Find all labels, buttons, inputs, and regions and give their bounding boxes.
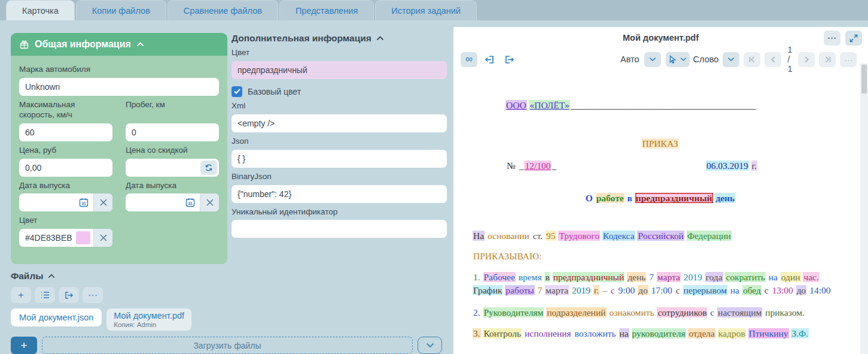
collapse-chevron-icon[interactable] (48, 274, 55, 279)
more-files-button[interactable]: ··· (83, 287, 103, 303)
doc-word: На (473, 231, 485, 241)
document-page: ООО «ПОЛЁТ»_____________________________… (453, 70, 860, 354)
zoom-value: Авто (620, 55, 639, 64)
additional-info-header[interactable]: Дополнительная информация (232, 33, 447, 44)
doc-paragraph: 2. Руководителям подразделений ознакомит… (473, 306, 848, 319)
continuous-scroll-button[interactable]: ∞ (461, 52, 477, 67)
file-chip[interactable]: Мой документ.pdfКопия: Admin (106, 308, 191, 331)
recalculate-button[interactable] (200, 161, 217, 175)
scrollbar-thumb[interactable] (861, 65, 867, 93)
file-chip-name: Мой документ.pdf (114, 311, 184, 320)
calendar-button-1[interactable]: 31 (74, 193, 93, 211)
clear-date-2-button[interactable] (200, 193, 219, 211)
upload-plus-button[interactable]: + (11, 337, 37, 354)
viewer-more-button[interactable]: ··· (824, 31, 840, 46)
page-more-button[interactable]: ··· (840, 52, 857, 67)
doc-word: 2. (473, 307, 481, 317)
doc-paragraph: На основании ст. 95 Трудового Кодекса Ро… (473, 229, 848, 243)
doc-word: кадров (718, 328, 746, 338)
pointer-tool-button[interactable] (666, 52, 690, 67)
doc-word: работе (596, 193, 625, 203)
discount-price-field (126, 159, 219, 177)
issue-date-2-field: 31 (126, 193, 219, 211)
upload-dropzone[interactable]: Загрузить файлы (42, 337, 413, 354)
xml-input[interactable] (232, 114, 447, 132)
mileage-input[interactable] (126, 123, 219, 141)
calendar-icon: 31 (185, 197, 196, 208)
brand-input[interactable] (19, 78, 219, 96)
mileage-label: Пробег, км (126, 100, 219, 120)
price-input[interactable] (19, 159, 112, 177)
color-name-field[interactable]: предпраздничный (232, 61, 447, 79)
add-file-button[interactable]: + (11, 287, 31, 303)
tab-сравнение-файлов[interactable]: Сравнение файлов (167, 0, 278, 20)
max-speed-input[interactable] (19, 123, 112, 141)
fullscreen-button[interactable] (845, 31, 862, 46)
doc-word: обед (742, 285, 762, 295)
doc-paragraph: ПРИКАЗЫВАЮ: (473, 250, 848, 263)
doc-word: перерывом (683, 285, 727, 295)
doc-word: ________________________________________ (570, 100, 757, 110)
doc-word: 14:00 (809, 285, 831, 295)
file-list-button[interactable] (35, 287, 55, 303)
rotate-out-button[interactable] (501, 52, 518, 67)
doc-word: один (781, 272, 801, 282)
general-info-header[interactable]: Общая информация (11, 33, 227, 56)
additional-info-panel: Дополнительная информация Цвет предпразд… (232, 33, 447, 238)
issue-date-1-label: Дата выпуска (19, 181, 112, 191)
issue-date-2-input[interactable] (126, 198, 181, 207)
tab-копии-файлов[interactable]: Копии файлов (76, 0, 166, 20)
collapse-chevron-icon[interactable] (136, 42, 144, 47)
issue-date-1-input[interactable] (19, 198, 74, 207)
color-input[interactable] (19, 233, 76, 243)
close-icon (100, 234, 107, 241)
expand-icon (849, 34, 858, 43)
chevron-right-icon (804, 56, 809, 63)
general-info-panel: Общая информация Марка автомобиля Максим… (11, 33, 227, 264)
files-header[interactable]: Файлы (11, 271, 447, 282)
next-page-button[interactable] (798, 52, 815, 67)
page-indicator: 1 / 1 (785, 45, 794, 74)
first-page-button[interactable] (744, 52, 760, 67)
json-input[interactable] (232, 150, 447, 168)
base-color-checkbox[interactable] (232, 86, 242, 97)
last-page-button[interactable] (819, 52, 836, 67)
prev-page-button[interactable] (765, 52, 781, 67)
tab-карточка[interactable]: Карточка (6, 0, 75, 20)
export-file-button[interactable] (59, 287, 79, 303)
upload-row: + Загрузить файлы (11, 337, 447, 354)
json-label: Json (232, 137, 447, 147)
doc-word: г. (593, 285, 599, 295)
file-chip[interactable]: Мой документ.json (11, 308, 102, 326)
doc-word: на (730, 285, 740, 295)
document-scrollbar[interactable] (860, 63, 868, 354)
clear-color-button[interactable] (93, 229, 112, 247)
xml-label: Xml (232, 101, 447, 111)
tab-представления[interactable]: Представления (279, 0, 374, 20)
collapse-chevron-icon[interactable] (376, 36, 384, 41)
calendar-button-2[interactable]: 31 (181, 193, 200, 211)
zoom-select-button[interactable] (644, 52, 661, 67)
issue-date-2-label: Дата выпуска (126, 181, 219, 191)
doc-word: Птичкину (748, 328, 789, 338)
clear-date-1-button[interactable] (93, 193, 112, 211)
files-title: Файлы (11, 271, 43, 282)
upload-options-button[interactable] (418, 337, 442, 354)
uid-input[interactable] (232, 220, 447, 238)
color-swatch[interactable] (76, 231, 90, 244)
doc-word: «ПОЛЁТ» (529, 100, 569, 110)
doc-paragraph: 3. Контроль исполнения возложить на руко… (473, 327, 848, 340)
binary-json-input[interactable] (232, 185, 447, 203)
search-mode-button[interactable] (723, 52, 739, 67)
files-section: Файлы + ··· Мой документ.jsonМой докумен… (11, 271, 447, 354)
discount-price-input[interactable] (126, 163, 200, 173)
discount-price-label: Цена со скидкой (126, 146, 219, 156)
doc-word: сотрудников (657, 307, 707, 317)
file-chip-name: Мой документ.json (19, 313, 93, 322)
viewer-toolbar: ∞ Авто (453, 49, 868, 70)
doc-word: _ (519, 161, 525, 171)
chevron-down-icon (649, 57, 656, 62)
rotate-in-button[interactable] (481, 52, 498, 67)
doc-word: день (715, 193, 735, 203)
tab-история-заданий[interactable]: История заданий (375, 0, 477, 20)
